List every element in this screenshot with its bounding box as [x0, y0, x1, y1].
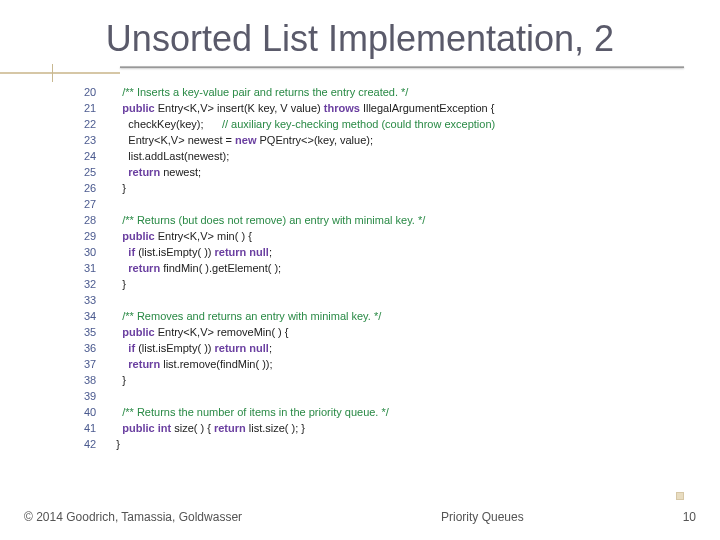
code-text: public Entry<K,V> insert(K key, V value)…: [110, 100, 494, 116]
code-text: if (list.isEmpty( )) return null;: [110, 244, 272, 260]
line-number: 20: [84, 84, 110, 100]
code-text: if (list.isEmpty( )) return null;: [110, 340, 272, 356]
code-line: 38 }: [84, 372, 644, 388]
line-number: 35: [84, 324, 110, 340]
code-line: 36 if (list.isEmpty( )) return null;: [84, 340, 644, 356]
line-number: 40: [84, 404, 110, 420]
code-line: 40 /** Returns the number of items in th…: [84, 404, 644, 420]
code-text: list.addLast(newest);: [110, 148, 229, 164]
accent-cross-vertical: [52, 64, 53, 82]
code-line: 23 Entry<K,V> newest = new PQEntry<>(key…: [84, 132, 644, 148]
code-text: }: [110, 276, 126, 292]
code-line: 30 if (list.isEmpty( )) return null;: [84, 244, 644, 260]
code-text: checkKey(key); // auxiliary key-checking…: [110, 116, 495, 132]
line-number: 25: [84, 164, 110, 180]
line-number: 32: [84, 276, 110, 292]
line-number: 28: [84, 212, 110, 228]
code-line: 21 public Entry<K,V> insert(K key, V val…: [84, 100, 644, 116]
code-line: 31 return findMin( ).getElement( );: [84, 260, 644, 276]
code-line: 27: [84, 196, 644, 212]
code-line: 29 public Entry<K,V> min( ) {: [84, 228, 644, 244]
code-text: /** Returns the number of items in the p…: [110, 404, 389, 420]
page-number: 10: [683, 510, 696, 524]
line-number: 41: [84, 420, 110, 436]
code-text: }: [110, 180, 126, 196]
code-line: 32 }: [84, 276, 644, 292]
line-number: 31: [84, 260, 110, 276]
code-listing: 20 /** Inserts a key-value pair and retu…: [84, 84, 644, 452]
line-number: 39: [84, 388, 110, 404]
code-text: return list.remove(findMin( ));: [110, 356, 273, 372]
title-underline: [120, 66, 684, 68]
line-number: 22: [84, 116, 110, 132]
code-text: /** Removes and returns an entry with mi…: [110, 308, 381, 324]
code-line: 24 list.addLast(newest);: [84, 148, 644, 164]
code-line: 33: [84, 292, 644, 308]
code-text: public int size( ) { return list.size( )…: [110, 420, 305, 436]
code-line: 41 public int size( ) { return list.size…: [84, 420, 644, 436]
code-text: return findMin( ).getElement( );: [110, 260, 281, 276]
code-text: }: [110, 436, 120, 452]
line-number: 27: [84, 196, 110, 212]
accent-square: [676, 492, 684, 500]
code-text: public Entry<K,V> min( ) {: [110, 228, 252, 244]
line-number: 29: [84, 228, 110, 244]
code-text: /** Inserts a key-value pair and returns…: [110, 84, 408, 100]
line-number: 34: [84, 308, 110, 324]
code-text: public Entry<K,V> removeMin( ) {: [110, 324, 289, 340]
line-number: 21: [84, 100, 110, 116]
code-line: 20 /** Inserts a key-value pair and retu…: [84, 84, 644, 100]
code-text: }: [110, 372, 126, 388]
copyright-text: © 2014 Goodrich, Tamassia, Goldwasser: [24, 510, 242, 524]
line-number: 42: [84, 436, 110, 452]
code-line: 25 return newest;: [84, 164, 644, 180]
line-number: 30: [84, 244, 110, 260]
code-line: 35 public Entry<K,V> removeMin( ) {: [84, 324, 644, 340]
line-number: 33: [84, 292, 110, 308]
line-number: 36: [84, 340, 110, 356]
slide-title: Unsorted List Implementation, 2: [36, 18, 684, 60]
code-line: 22 checkKey(key); // auxiliary key-check…: [84, 116, 644, 132]
line-number: 37: [84, 356, 110, 372]
code-line: 28 /** Returns (but does not remove) an …: [84, 212, 644, 228]
line-number: 24: [84, 148, 110, 164]
footer-topic: Priority Queues: [242, 510, 683, 524]
code-text: /** Returns (but does not remove) an ent…: [110, 212, 425, 228]
code-text: Entry<K,V> newest = new PQEntry<>(key, v…: [110, 132, 373, 148]
code-line: 34 /** Removes and returns an entry with…: [84, 308, 644, 324]
accent-line: [0, 72, 120, 74]
line-number: 26: [84, 180, 110, 196]
code-line: 42 }: [84, 436, 644, 452]
code-line: 39: [84, 388, 644, 404]
line-number: 38: [84, 372, 110, 388]
slide: Unsorted List Implementation, 2 20 /** I…: [0, 0, 720, 540]
footer: © 2014 Goodrich, Tamassia, Goldwasser Pr…: [24, 510, 696, 524]
code-line: 37 return list.remove(findMin( ));: [84, 356, 644, 372]
code-text: return newest;: [110, 164, 201, 180]
line-number: 23: [84, 132, 110, 148]
code-line: 26 }: [84, 180, 644, 196]
